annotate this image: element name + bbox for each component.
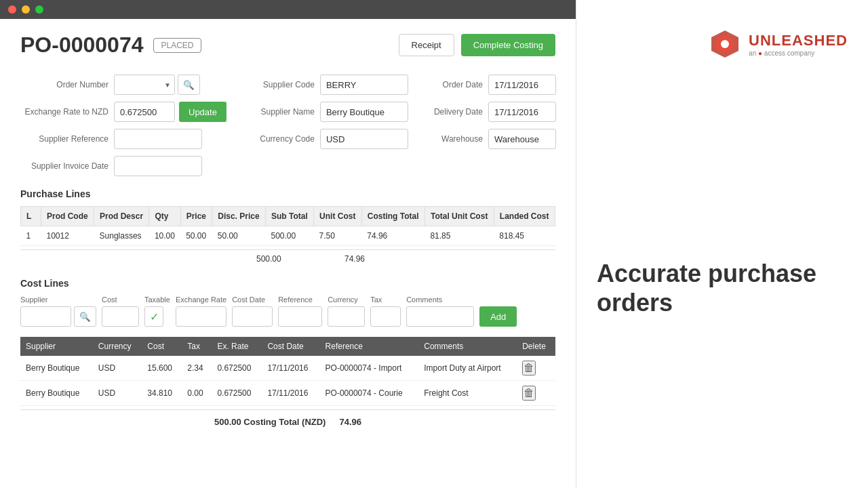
currency-code-input[interactable] <box>320 129 408 149</box>
col-unit-cost: Unit Cost <box>314 207 362 226</box>
col-sub-total: Sub Total <box>265 207 313 226</box>
order-number-select[interactable] <box>114 75 175 95</box>
cost-col-delete: Delete <box>517 337 555 356</box>
cost-supplier-label: Supplier <box>20 296 96 304</box>
order-search-button[interactable]: 🔍 <box>178 75 200 95</box>
cost-lines-form: Supplier 🔍 Cost Taxable ✓ <box>20 296 555 327</box>
cost-date-label: Cost Date <box>232 296 273 304</box>
close-dot[interactable] <box>8 5 16 14</box>
tax-input[interactable] <box>370 306 401 327</box>
reference-input[interactable] <box>278 306 322 327</box>
warehouse-input[interactable] <box>488 129 556 149</box>
cost-supplier-input[interactable] <box>20 306 71 327</box>
col-prod-descr: Prod Descr <box>94 207 149 226</box>
cost-col-cost-date: Cost Date <box>262 337 319 356</box>
col-total-unit-cost: Total Unit Cost <box>425 207 494 226</box>
search-icon: 🔍 <box>183 80 195 90</box>
table-row: 1 10012 Sunglasses 10.00 50.00 50.00 500… <box>21 226 555 246</box>
cost-row: Berry Boutique USD 15.600 2.34 0.672500 … <box>20 356 555 381</box>
taxable-label: Taxable <box>144 296 170 304</box>
cost-col-currency: Currency <box>93 337 142 356</box>
col-l: L <box>21 207 41 226</box>
order-date-input[interactable] <box>488 75 556 95</box>
page-header: PO-0000074 PLACED Receipt Complete Costi… <box>20 33 555 58</box>
cost-col-supplier: Supplier <box>20 337 93 356</box>
cost-col-reference: Reference <box>320 337 419 356</box>
currency-code-label: Currency Code <box>240 134 315 144</box>
purchase-lines-title: Purchase Lines <box>20 188 555 199</box>
costing-total-text: 500.00 Costing Total (NZD) <box>214 417 326 427</box>
exchange-rate-input[interactable] <box>114 102 175 122</box>
footer-costing: 74.96 <box>344 254 392 264</box>
tax-label: Tax <box>370 296 401 304</box>
logo-text: UNLEASHED an ● access company <box>749 32 848 57</box>
order-date-label: Order Date <box>422 80 483 89</box>
col-qty: Qty <box>149 207 180 226</box>
currency-label: Currency <box>328 296 365 304</box>
add-button[interactable]: Add <box>479 306 517 327</box>
reference-label: Reference <box>278 296 322 304</box>
minimize-dot[interactable] <box>22 5 30 14</box>
supplier-name-label: Supplier Name <box>240 107 315 117</box>
footer-subtotal: 500.00 <box>256 254 300 264</box>
col-disc-price: Disc. Price <box>212 207 266 226</box>
svg-point-2 <box>721 40 729 48</box>
supplier-invoice-label: Supplier Invoice Date <box>20 161 108 171</box>
po-title: PO-0000074 <box>20 33 143 58</box>
order-number-label: Order Number <box>20 80 108 89</box>
logo-access: ● <box>758 49 762 57</box>
logo-area: UNLEASHED an ● access company <box>597 27 848 61</box>
comments-label: Comments <box>406 296 474 304</box>
exchange-rate-cost-input[interactable] <box>176 306 226 327</box>
cost-col-tax: Tax <box>182 337 212 356</box>
cost-col-cost: Cost <box>142 337 182 356</box>
supplier-code-input[interactable] <box>320 75 408 95</box>
search-icon: 🔍 <box>79 312 91 322</box>
receipt-button[interactable]: Receipt <box>399 34 454 56</box>
currency-input[interactable] <box>328 306 365 327</box>
supplier-ref-label: Supplier Reference <box>20 134 108 144</box>
update-button[interactable]: Update <box>179 102 226 122</box>
col-prod-code: Prod Code <box>41 207 94 226</box>
logo-sub: an ● access company <box>749 49 848 57</box>
delivery-date-input[interactable] <box>488 102 556 122</box>
cost-label: Cost <box>102 296 139 304</box>
purchase-lines-table: L Prod Code Prod Descr Qty Price Disc. P… <box>20 206 555 246</box>
cost-input[interactable] <box>102 306 139 327</box>
unleashed-logo-icon <box>708 27 742 61</box>
supplier-invoice-input[interactable] <box>114 156 202 176</box>
warehouse-label: Warehouse <box>422 134 483 144</box>
complete-costing-button[interactable]: Complete Costing <box>461 34 555 56</box>
cost-col-comments: Comments <box>418 337 517 356</box>
checkmark-icon: ✓ <box>150 310 159 323</box>
maximize-dot[interactable] <box>35 5 43 14</box>
taxable-checkbox[interactable]: ✓ <box>144 306 163 327</box>
costing-footer: 500.00 Costing Total (NZD) 74.96 <box>20 409 555 434</box>
logo-unleashed: UNLEASHED <box>749 32 848 49</box>
status-badge: PLACED <box>153 38 201 53</box>
cost-col-ex-rate: Ex. Rate <box>212 337 262 356</box>
comments-input[interactable] <box>406 306 474 327</box>
supplier-ref-input[interactable] <box>114 129 202 149</box>
supplier-code-label: Supplier Code <box>240 80 315 89</box>
col-costing-total: Costing Total <box>361 207 425 226</box>
cost-row: Berry Boutique USD 34.810 0.00 0.672500 … <box>20 381 555 406</box>
supplier-name-input[interactable] <box>320 102 408 122</box>
cost-lines-title: Cost Lines <box>20 278 555 289</box>
promo-text: Accurate purchase orders <box>597 259 848 317</box>
col-price: Price <box>180 207 212 226</box>
exchange-rate-cost-label: Exchange Rate <box>176 296 226 304</box>
cost-lines-table: Supplier Currency Cost Tax Ex. Rate Cost… <box>20 337 555 406</box>
delete-row-2-button[interactable]: 🗑 <box>522 386 536 401</box>
cost-supplier-search[interactable]: 🔍 <box>74 306 96 327</box>
title-bar <box>0 0 576 19</box>
exchange-rate-label: Exchange Rate to NZD <box>20 107 108 117</box>
costing-total-value: 74.96 <box>339 417 361 427</box>
delivery-date-label: Delivery Date <box>422 107 483 117</box>
col-landed-cost: Landed Cost <box>494 207 555 226</box>
delete-row-1-button[interactable]: 🗑 <box>522 361 536 375</box>
cost-date-input[interactable] <box>232 306 273 327</box>
right-panel: UNLEASHED an ● access company Accurate p… <box>576 0 868 488</box>
